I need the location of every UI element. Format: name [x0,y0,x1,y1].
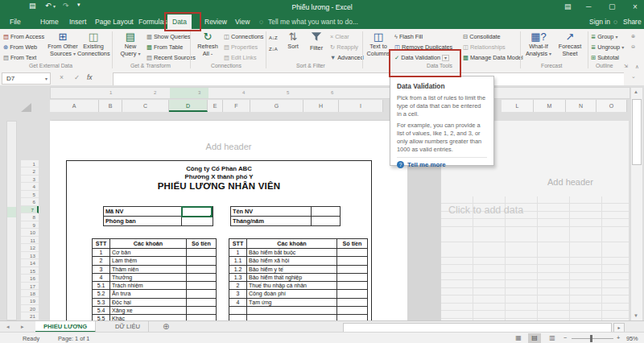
advanced-button[interactable]: ▼Advanced [330,53,364,62]
earnings-row[interactable]: 5.5Khác [93,315,217,320]
sort-button[interactable]: ⇅ Sort [282,31,304,50]
row-header[interactable]: 17 [21,283,39,290]
add-header-placeholder[interactable]: Add header [50,142,407,151]
deductions-row[interactable] [229,315,368,320]
next-sheet-icon[interactable]: ▸ [21,324,24,330]
row-header[interactable]: 3 [21,176,39,183]
new-query-button[interactable]: ▤ NewQuery ▾ [114,31,147,57]
sort-za-icon[interactable]: Z↓A [269,45,278,54]
row-header[interactable]: 16 [21,275,39,282]
column-header[interactable]: A [50,100,99,112]
from-text-button[interactable]: ▤From Text [3,53,36,62]
earnings-row[interactable]: 4Thưởng [93,274,217,282]
restore-icon[interactable]: ▢ [609,2,616,10]
selected-cell-d7[interactable] [181,206,213,217]
expand-formula-bar-icon[interactable]: ⌄ [631,73,636,80]
tab-review[interactable]: Review [200,14,232,29]
page-layout-view-icon[interactable]: ▤ [528,333,541,343]
column-header[interactable]: H [303,100,339,112]
row-header[interactable]: 21 [21,312,39,320]
share-button[interactable]: Share [618,14,644,29]
dialog-launcher-icon[interactable]: ⇲ [624,62,628,71]
clear-button[interactable]: ×Clear [330,32,349,41]
group-button[interactable]: ≣Group ▾ [591,32,617,41]
zoom-level[interactable]: 95% [626,335,638,342]
scroll-up-icon[interactable]: ▲ [631,89,641,94]
cell-thang-nam-value[interactable] [312,217,341,226]
row-header[interactable]: 9 [21,221,39,229]
tab-insert[interactable]: Insert [64,14,91,29]
filter-button[interactable]: Filter [304,31,328,52]
cell-ten-nv-value[interactable] [312,207,341,217]
deductions-row[interactable]: 1.2Bảo hiểm y tế [229,266,368,274]
row-header[interactable]: 10 [21,229,39,236]
manage-data-model-button[interactable]: ▦Manage Data Model [463,53,523,62]
sort-az-icon[interactable]: A↓Z [269,34,278,43]
page-break-view-icon[interactable]: ▥ [546,333,559,343]
tell-me-box[interactable]: Tell me what you want to do... [268,14,358,29]
from-web-button[interactable]: ⊕From Web [3,43,37,52]
row-header[interactable]: 20 [21,305,39,312]
text-to-columns-button[interactable]: ◫ Text toColumns [365,31,392,57]
zoom-slider-thumb[interactable] [590,335,592,342]
label-ma-nv[interactable]: Mã NV [104,207,182,217]
select-all-button[interactable] [21,103,31,112]
minimize-icon[interactable]: ─ [586,2,591,10]
edit-links-button[interactable]: ▤Edit Links [224,53,257,62]
tab-page-layout[interactable]: Page Layout [90,14,138,29]
column-header[interactable]: B [99,100,122,112]
row-header[interactable]: 18 [21,290,39,297]
column-header[interactable]: C [122,100,169,112]
zoom-slider[interactable] [572,338,613,339]
earnings-row[interactable]: 5.4Xăng xe [93,307,217,315]
add-header-placeholder-right[interactable]: Add header [547,177,593,187]
column-header[interactable]: D [169,100,208,112]
relationships-button[interactable]: ◫Relationships [463,43,506,52]
earnings-row[interactable]: 2Làm thêm [93,257,217,265]
deductions-row[interactable]: 4Tạm ứng [229,299,368,307]
row-header[interactable]: 4 [21,183,39,190]
tab-view[interactable]: View [230,14,254,29]
click-to-add-data-placeholder[interactable]: Click to add data [448,205,523,216]
deductions-row[interactable] [229,307,368,315]
connections-button[interactable]: ◫Connections [224,32,263,41]
earnings-row[interactable]: 5.1Trách nhiệm [93,282,217,290]
cell-phong-ban-value[interactable] [182,217,213,226]
tell-me-more-link[interactable]: Tell me more [407,161,446,168]
ribbon-display-options-icon[interactable]: ▤ [564,2,572,10]
column-header[interactable]: I [339,100,383,112]
row-header[interactable]: 13 [21,252,39,259]
row-header[interactable]: 15 [21,267,39,275]
from-access-button[interactable]: ▤From Access [3,32,44,41]
enter-icon[interactable]: ✓ [74,73,80,81]
row-header[interactable]: 8 [21,213,39,221]
new-sheet-icon[interactable]: ⊕ [163,322,169,331]
row-header[interactable]: 19 [21,297,39,304]
row-header[interactable]: 1 [21,160,39,167]
sheet-tab-du-lieu[interactable]: DỮ LIỆU [107,321,149,333]
scroll-down-icon[interactable]: ▼ [631,313,641,318]
column-header[interactable]: M [534,100,566,112]
sign-in-link[interactable]: Sign in [584,14,615,29]
earnings-row[interactable]: 5.2Ăn trưa [93,290,217,298]
deductions-row[interactable]: 1.3Bảo hiểm thất nghiệp [229,274,368,282]
zoom-in-icon[interactable]: + [617,334,620,341]
row-header[interactable]: 5 [21,191,39,198]
earnings-row[interactable]: 3Thâm niên [93,266,217,274]
prev-sheet-icon[interactable]: ◂ [6,324,10,330]
earnings-row[interactable]: 1Cơ bản [93,249,217,257]
flash-fill-button[interactable]: ϟFlash Fill [394,32,423,41]
deductions-row[interactable]: 2Thuế thu nhập cá nhân [229,282,368,290]
properties-button[interactable]: ▤Properties [224,43,258,52]
row-header[interactable]: 14 [21,259,39,267]
earnings-row[interactable]: 5.3Độc hại [93,299,217,307]
existing-connections-button[interactable]: ◫ ExistingConnections [77,31,109,57]
tab-file[interactable]: File [5,14,26,29]
column-header[interactable]: F [223,100,250,112]
show-detail-icon[interactable]: ⊕ [631,32,635,41]
reapply-button[interactable]: ↻Reapply [330,43,358,52]
label-thang-nam[interactable]: Tháng/năm [231,217,312,226]
zoom-out-icon[interactable]: − [564,334,567,341]
vertical-scrollbar[interactable]: ▲ ▼ [630,87,643,320]
deductions-row[interactable]: 1.1Bảo hiểm xã hội [229,257,368,265]
